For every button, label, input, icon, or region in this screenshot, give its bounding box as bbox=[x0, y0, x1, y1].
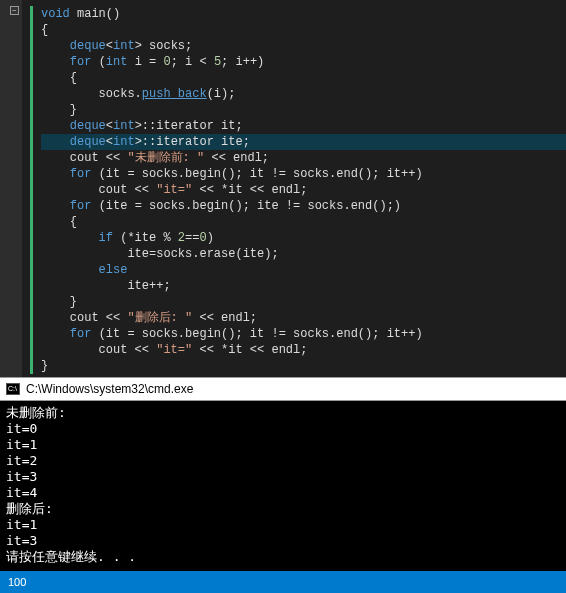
code-line: } bbox=[41, 102, 566, 118]
cmd-title: C:\Windows\system32\cmd.exe bbox=[26, 382, 193, 396]
code-line: socks.push_back(i); bbox=[41, 86, 566, 102]
console-output: 未删除前: it=0 it=1 it=2 it=3 it=4 删除后: it=1… bbox=[0, 401, 566, 571]
code-line: deque<int>::iterator it; bbox=[41, 118, 566, 134]
code-line: cout << "删除后: " << endl; bbox=[41, 310, 566, 326]
code-line: if (*ite % 2==0) bbox=[41, 230, 566, 246]
code-line: cout << "it=" << *it << endl; bbox=[41, 182, 566, 198]
code-line: cout << "未删除前: " << endl; bbox=[41, 150, 566, 166]
code-line: for (ite = socks.begin(); ite != socks.e… bbox=[41, 198, 566, 214]
code-content: void main(){ deque<int> socks; for (int … bbox=[30, 6, 566, 374]
code-line: for (it = socks.begin(); it != socks.end… bbox=[41, 326, 566, 342]
code-line: ite=socks.erase(ite); bbox=[41, 246, 566, 262]
code-line: cout << "it=" << *it << endl; bbox=[41, 342, 566, 358]
code-line: } bbox=[41, 294, 566, 310]
cmd-icon: C:\ bbox=[6, 383, 20, 395]
code-line: { bbox=[41, 214, 566, 230]
code-line: ite++; bbox=[41, 278, 566, 294]
code-line: { bbox=[41, 70, 566, 86]
status-bar: 100 bbox=[0, 571, 566, 593]
code-line: { bbox=[41, 22, 566, 38]
code-editor[interactable]: − void main(){ deque<int> socks; for (in… bbox=[0, 0, 566, 377]
code-line: } bbox=[41, 358, 566, 374]
code-line: for (int i = 0; i < 5; i++) bbox=[41, 54, 566, 70]
code-line: deque<int> socks; bbox=[41, 38, 566, 54]
status-percent: 100 bbox=[8, 576, 26, 588]
fold-toggle-icon[interactable]: − bbox=[10, 6, 19, 15]
code-line: void main() bbox=[41, 6, 566, 22]
code-line: deque<int>::iterator ite; bbox=[41, 134, 566, 150]
code-line: for (it = socks.begin(); it != socks.end… bbox=[41, 166, 566, 182]
editor-gutter bbox=[0, 0, 22, 377]
code-line: else bbox=[41, 262, 566, 278]
cmd-title-bar: C:\ C:\Windows\system32\cmd.exe bbox=[0, 377, 566, 401]
